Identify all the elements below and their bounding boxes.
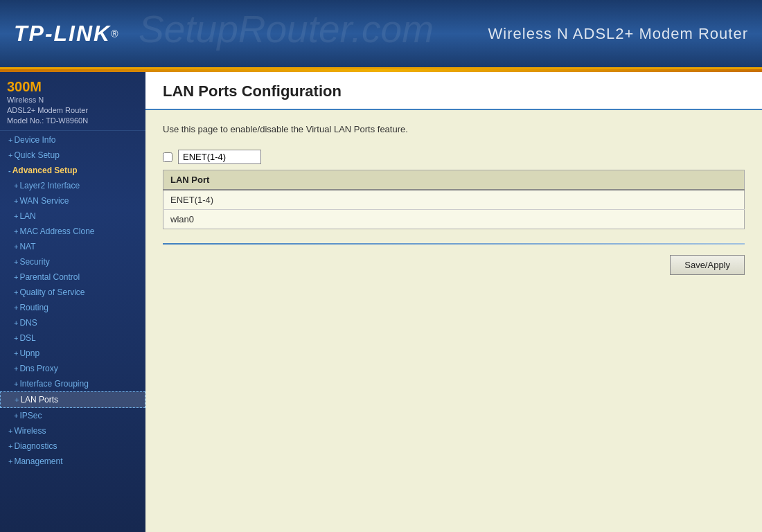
page-header: LAN Ports Configuration <box>145 72 762 110</box>
model-no: Model No.: TD-W8960N <box>7 116 139 125</box>
header: TP-LINK® SetupRouter.com Wireless N ADSL… <box>0 0 762 69</box>
sidebar-item-routing[interactable]: +Routing <box>0 300 145 315</box>
sidebar-item-lan[interactable]: +LAN <box>0 209 145 224</box>
sidebar-item-upnp[interactable]: +Upnp <box>0 346 145 361</box>
sidebar-item-parental[interactable]: +Parental Control <box>0 269 145 285</box>
sidebar-item-qos[interactable]: +Quality of Service <box>0 285 145 300</box>
nav-section: +Device Info +Quick Setup -Advanced Setu… <box>0 131 145 470</box>
sidebar-item-dns-proxy[interactable]: +Dns Proxy <box>0 361 145 376</box>
table-cell-wlan: wlan0 <box>163 210 745 229</box>
sidebar-item-mac-clone[interactable]: +MAC Address Clone <box>0 224 145 239</box>
enet-row <box>163 147 745 167</box>
header-title: Wireless N ADSL2+ Modem Router <box>488 25 748 43</box>
model-300m: 300M <box>7 79 139 95</box>
table-header-lan-port: LAN Port <box>163 170 745 190</box>
sidebar-item-device-info[interactable]: +Device Info <box>0 132 145 148</box>
logo-area: TP-LINK® <box>14 21 118 46</box>
sidebar-item-security[interactable]: +Security <box>0 254 145 269</box>
sidebar-item-lan-ports[interactable]: +LAN Ports <box>0 391 145 408</box>
sidebar-item-layer2[interactable]: +Layer2 Interface <box>0 178 145 193</box>
content-area: LAN Ports Configuration Use this page to… <box>145 72 762 532</box>
save-area: Save/Apply <box>163 251 745 278</box>
enet-input[interactable] <box>178 150 261 164</box>
sidebar-item-diagnostics[interactable]: +Diagnostics <box>0 438 145 454</box>
sidebar-item-dsl[interactable]: +DSL <box>0 330 145 346</box>
description: Use this page to enable/disable the Virt… <box>163 124 745 134</box>
sidebar-item-interface-grouping[interactable]: +Interface Grouping <box>0 376 145 391</box>
logo-reg: ® <box>111 28 118 39</box>
table-row: wlan0 <box>163 210 745 229</box>
enet-checkbox[interactable] <box>163 152 172 162</box>
logo: TP-LINK <box>14 21 111 46</box>
device-model: 300M Wireless N ADSL2+ Modem Router Mode… <box>0 72 145 131</box>
sidebar-item-wireless[interactable]: +Wireless <box>0 423 145 438</box>
page-title: LAN Ports Configuration <box>163 82 342 100</box>
table-row: ENET(1-4) <box>163 190 745 210</box>
lan-ports-table: LAN Port ENET(1-4) wlan0 <box>163 170 745 229</box>
sidebar-item-wan-service[interactable]: +WAN Service <box>0 193 145 209</box>
sidebar-item-advanced-setup[interactable]: -Advanced Setup <box>0 163 145 178</box>
page-body: Use this page to enable/disable the Virt… <box>145 110 762 292</box>
table-cell-enet: ENET(1-4) <box>163 190 745 210</box>
sidebar-item-management[interactable]: +Management <box>0 454 145 469</box>
sidebar-item-quick-setup[interactable]: +Quick Setup <box>0 148 145 163</box>
sidebar: 300M Wireless N ADSL2+ Modem Router Mode… <box>0 72 145 532</box>
model-desc: Wireless N ADSL2+ Modem Router <box>7 95 139 116</box>
watermark: SetupRouter.com <box>139 7 434 51</box>
save-apply-button[interactable]: Save/Apply <box>670 255 745 275</box>
sidebar-item-dns[interactable]: +DNS <box>0 315 145 330</box>
main-layout: 300M Wireless N ADSL2+ Modem Router Mode… <box>0 72 762 532</box>
divider <box>163 243 745 245</box>
sidebar-item-ipsec[interactable]: +IPSec <box>0 408 145 423</box>
sidebar-item-nat[interactable]: +NAT <box>0 239 145 254</box>
